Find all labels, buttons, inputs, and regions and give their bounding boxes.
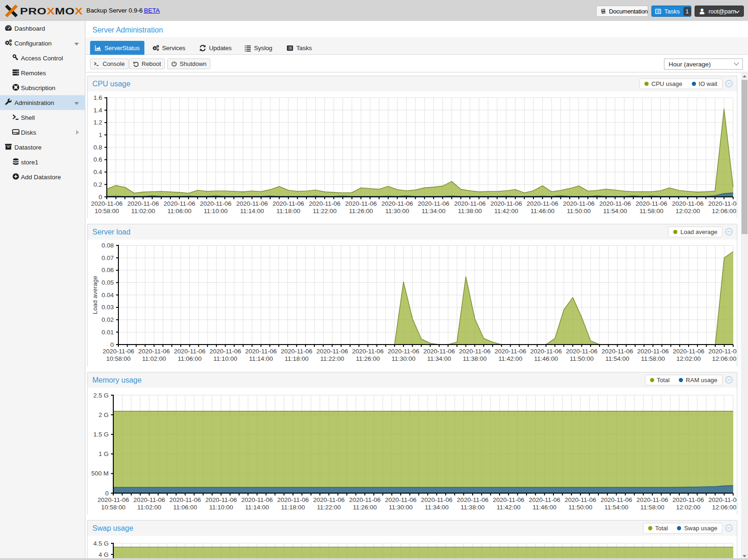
svg-text:2020-11-06: 2020-11-06: [169, 496, 201, 503]
svg-text:2020-11-06: 2020-11-06: [493, 496, 524, 503]
svg-text:2020-11-06: 2020-11-06: [281, 348, 312, 355]
svg-text:0.02: 0.02: [102, 316, 114, 323]
svg-text:2020-11-06: 2020-11-06: [163, 200, 195, 207]
svg-text:0.04: 0.04: [102, 292, 114, 299]
svg-text:2020-11-06: 2020-11-06: [98, 496, 129, 503]
svg-text:0.8: 0.8: [93, 144, 102, 151]
svg-text:11:10:00: 11:10:00: [214, 355, 238, 362]
svg-text:12:02:00: 12:02:00: [676, 504, 701, 511]
svg-text:2020-11-06: 2020-11-06: [209, 348, 241, 355]
svg-text:11:22:00: 11:22:00: [317, 504, 341, 511]
svg-text:12:02:00: 12:02:00: [676, 208, 700, 215]
svg-text:12:06:00: 12:06:00: [712, 355, 737, 362]
svg-text:10:58:00: 10:58:00: [101, 504, 126, 511]
svg-text:2.5 G: 2.5 G: [93, 392, 109, 399]
svg-text:11:38:00: 11:38:00: [458, 208, 482, 215]
svg-text:11:18:00: 11:18:00: [281, 504, 305, 511]
svg-text:11:46:00: 11:46:00: [531, 208, 555, 215]
svg-text:2020-11-06: 2020-11-06: [530, 348, 562, 355]
svg-text:11:54:00: 11:54:00: [605, 504, 629, 511]
svg-text:11:26:00: 11:26:00: [349, 208, 373, 215]
svg-text:2020-11-06: 2020-11-06: [352, 348, 384, 355]
svg-text:11:26:00: 11:26:00: [353, 504, 377, 511]
svg-text:2020-11-06: 2020-11-06: [565, 496, 596, 503]
svg-text:2020-11-06: 2020-11-06: [457, 496, 488, 503]
svg-text:11:50:00: 11:50:00: [568, 504, 592, 511]
svg-text:2020-11-06: 2020-11-06: [490, 200, 522, 207]
svg-text:12:06:00: 12:06:00: [712, 208, 736, 215]
svg-text:0.07: 0.07: [102, 254, 114, 261]
svg-text:12:06:00: 12:06:00: [712, 504, 736, 511]
svg-text:1.5 G: 1.5 G: [93, 431, 109, 438]
svg-text:11:22:00: 11:22:00: [312, 208, 337, 215]
svg-text:11:34:00: 11:34:00: [422, 208, 446, 215]
svg-text:1.4: 1.4: [93, 107, 102, 114]
svg-text:12:02:00: 12:02:00: [676, 355, 701, 362]
svg-text:2020-11-06: 2020-11-06: [418, 200, 449, 207]
svg-text:Load average: Load average: [91, 276, 98, 314]
svg-text:0: 0: [98, 194, 102, 201]
svg-text:11:10:00: 11:10:00: [204, 208, 228, 215]
svg-text:2020-11-06: 2020-11-06: [459, 348, 490, 355]
svg-text:0.6: 0.6: [93, 156, 102, 163]
svg-text:11:58:00: 11:58:00: [640, 504, 664, 511]
svg-text:11:14:00: 11:14:00: [249, 355, 273, 362]
svg-text:0.05: 0.05: [102, 279, 114, 286]
svg-text:2020-11-06: 2020-11-06: [563, 200, 595, 207]
svg-text:4.5 G: 4.5 G: [93, 540, 109, 547]
svg-text:1.2: 1.2: [93, 119, 102, 126]
svg-text:11:50:00: 11:50:00: [567, 208, 591, 215]
svg-text:11:54:00: 11:54:00: [605, 355, 630, 362]
svg-text:2020-11-06: 2020-11-06: [672, 200, 703, 207]
svg-text:0.06: 0.06: [102, 267, 114, 273]
svg-text:2020-11-06: 2020-11-06: [529, 496, 560, 503]
svg-text:2020-11-06: 2020-11-06: [637, 348, 669, 355]
svg-text:2020-11-06: 2020-11-06: [313, 496, 345, 503]
svg-text:11:18:00: 11:18:00: [285, 355, 309, 362]
svg-text:2020-11-06: 2020-11-06: [709, 348, 737, 355]
svg-text:0.03: 0.03: [102, 304, 114, 311]
svg-text:10:58:00: 10:58:00: [95, 208, 119, 215]
svg-text:2020-11-06: 2020-11-06: [316, 348, 348, 355]
svg-text:2020-11-06: 2020-11-06: [600, 496, 632, 503]
svg-text:2020-11-06: 2020-11-06: [709, 496, 737, 503]
svg-text:11:42:00: 11:42:00: [497, 504, 521, 511]
svg-text:2020-11-06: 2020-11-06: [309, 200, 340, 207]
svg-text:2020-11-06: 2020-11-06: [527, 200, 558, 207]
svg-text:4 G: 4 G: [98, 551, 109, 558]
svg-text:11:34:00: 11:34:00: [427, 355, 451, 362]
svg-text:2020-11-06: 2020-11-06: [273, 200, 304, 207]
svg-text:2020-11-06: 2020-11-06: [103, 348, 134, 355]
svg-text:11:58:00: 11:58:00: [639, 208, 663, 215]
svg-text:500 M: 500 M: [91, 470, 109, 477]
svg-text:2020-11-06: 2020-11-06: [277, 496, 309, 503]
svg-text:2020-11-06: 2020-11-06: [245, 348, 277, 355]
svg-text:2020-11-06: 2020-11-06: [388, 348, 419, 355]
svg-text:2020-11-06: 2020-11-06: [421, 496, 452, 503]
svg-text:11:06:00: 11:06:00: [173, 504, 197, 511]
svg-text:2020-11-06: 2020-11-06: [241, 496, 273, 503]
svg-text:10:58:00: 10:58:00: [106, 355, 131, 362]
svg-text:2020-11-06: 2020-11-06: [636, 200, 667, 207]
svg-text:2020-11-06: 2020-11-06: [174, 348, 205, 355]
svg-text:2020-11-06: 2020-11-06: [205, 496, 237, 503]
svg-text:2020-11-06: 2020-11-06: [385, 496, 416, 503]
svg-text:2 G: 2 G: [98, 411, 109, 418]
svg-text:11:46:00: 11:46:00: [533, 504, 557, 511]
svg-text:2020-11-06: 2020-11-06: [236, 200, 268, 207]
svg-text:11:26:00: 11:26:00: [356, 355, 380, 362]
svg-text:2020-11-06: 2020-11-06: [637, 496, 668, 503]
svg-text:1 G: 1 G: [98, 450, 109, 457]
svg-text:11:02:00: 11:02:00: [142, 355, 166, 362]
svg-text:0.08: 0.08: [102, 242, 114, 249]
svg-text:11:38:00: 11:38:00: [461, 504, 485, 511]
svg-text:11:30:00: 11:30:00: [391, 355, 416, 362]
svg-text:0: 0: [105, 490, 109, 497]
svg-text:11:34:00: 11:34:00: [425, 504, 449, 511]
svg-text:2020-11-06: 2020-11-06: [494, 348, 526, 355]
svg-text:11:42:00: 11:42:00: [499, 355, 523, 362]
svg-text:11:14:00: 11:14:00: [240, 208, 264, 215]
svg-text:11:06:00: 11:06:00: [178, 355, 202, 362]
svg-text:2020-11-06: 2020-11-06: [345, 200, 377, 207]
svg-text:11:22:00: 11:22:00: [320, 355, 345, 362]
